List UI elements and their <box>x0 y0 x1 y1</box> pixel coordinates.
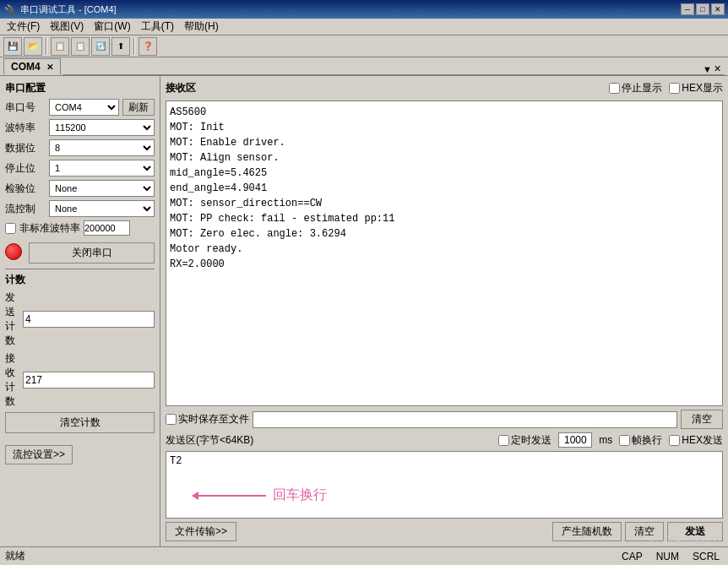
footer-left: 文件传输>> <box>166 522 549 541</box>
ms-label: ms <box>599 434 612 446</box>
baud-label: 波特率 <box>5 121 49 135</box>
menu-help[interactable]: 帮助(H) <box>179 18 224 35</box>
file-save-input[interactable] <box>253 411 677 428</box>
app-icon: 🔌 <box>3 3 17 16</box>
stop-display-label[interactable]: 停止显示 <box>609 81 662 95</box>
recv-count-row: 接收计数 <box>5 351 155 409</box>
footer-right: 产生随机数 清空 发送 <box>552 522 723 541</box>
toolbar-paste[interactable]: 📋 <box>71 37 90 56</box>
databits-row: 数据位 8 <box>5 139 155 156</box>
file-save-row: 实时保存至文件 清空 <box>166 410 723 429</box>
status-right: CAP NUM SCRL <box>618 551 723 562</box>
serial-config-section: 串口配置 串口号 COM4 刷新 波特率 115200 数据位 8 <box>5 81 155 263</box>
frame-change-label-container[interactable]: 帧换行 <box>619 433 662 448</box>
send-count-row: 发送计数 <box>5 291 155 348</box>
send-title: 发送区(字节<64KB) <box>166 433 253 448</box>
close-button[interactable]: ✕ <box>711 3 725 15</box>
send-textarea[interactable]: T2 <box>166 452 722 518</box>
menu-file[interactable]: 文件(F) <box>2 18 45 35</box>
title-bar-buttons: ─ □ ✕ <box>681 3 725 15</box>
nonstandard-label: 非标准波特率 <box>19 221 80 236</box>
menu-view[interactable]: 视图(V) <box>45 18 89 35</box>
parity-row: 检验位 None <box>5 180 155 197</box>
timed-send-label-container[interactable]: 定时发送 <box>498 433 551 448</box>
recv-header: 接收区 停止显示 HEX显示 <box>166 81 723 95</box>
frame-change-checkbox[interactable] <box>619 435 630 446</box>
status-text: 就绪 <box>5 549 25 563</box>
stop-display-checkbox[interactable] <box>609 83 620 94</box>
frame-change-label: 帧换行 <box>632 433 662 448</box>
toolbar-open[interactable]: 📂 <box>24 37 42 56</box>
minimize-button[interactable]: ─ <box>681 3 694 15</box>
tab-com4[interactable]: COM4 ✕ <box>3 58 61 75</box>
count-title: 计数 <box>5 273 155 287</box>
file-transfer-button[interactable]: 文件传输>> <box>166 522 236 541</box>
status-indicator-icon <box>5 243 22 260</box>
file-save-checkbox[interactable] <box>166 414 177 425</box>
serial-config-title: 串口配置 <box>5 81 155 95</box>
status-bar: 就绪 CAP NUM SCRL <box>0 546 728 565</box>
nonstandard-row: 非标准波特率 <box>5 220 155 236</box>
stopbits-row: 停止位 1 <box>5 160 155 177</box>
left-panel: 串口配置 串口号 COM4 刷新 波特率 115200 数据位 8 <box>0 76 160 546</box>
file-save-label-container[interactable]: 实时保存至文件 <box>166 412 249 426</box>
title-bar-text: 串口调试工具 - [COM4] <box>20 3 681 16</box>
tab-close-icon[interactable]: ✕ <box>46 62 53 72</box>
send-header: 发送区(字节<64KB) 定时发送 ms 帧换行 HEX发送 <box>166 432 723 448</box>
toolbar-save[interactable]: 💾 <box>3 37 22 56</box>
send-controls: 定时发送 ms 帧换行 HEX发送 <box>498 432 723 448</box>
file-save-label: 实时保存至文件 <box>178 412 249 426</box>
recv-title: 接收区 <box>166 81 609 95</box>
clear-count-button[interactable]: 清空计数 <box>5 412 155 433</box>
menu-window[interactable]: 窗口(W) <box>89 18 135 35</box>
flow-select[interactable]: None <box>49 200 155 217</box>
menu-bar: 文件(F) 视图(V) 窗口(W) 工具(T) 帮助(H) <box>0 19 728 35</box>
tab-unpin-icon[interactable]: ✕ <box>714 63 721 74</box>
nonstandard-input[interactable] <box>84 220 130 236</box>
nonstandard-checkbox[interactable] <box>5 223 16 234</box>
refresh-button[interactable]: 刷新 <box>122 99 155 116</box>
menu-tools[interactable]: 工具(T) <box>136 18 179 35</box>
toolbar-copy[interactable]: 📋 <box>51 37 69 56</box>
recv-count-input[interactable] <box>23 372 155 388</box>
clear-send-button[interactable]: 清空 <box>625 522 664 541</box>
recv-area[interactable]: AS5600 MOT: Init MOT: Enable driver. MOT… <box>166 101 723 406</box>
clear-recv-button[interactable]: 清空 <box>681 410 723 429</box>
tab-bar: COM4 ✕ ▼ ✕ <box>0 57 728 76</box>
flow-settings-section: 流控设置>> <box>5 442 155 464</box>
scrl-indicator: SCRL <box>689 551 723 562</box>
flow-label: 流控制 <box>5 202 49 216</box>
timed-send-checkbox[interactable] <box>498 435 509 446</box>
main-content: 串口配置 串口号 COM4 刷新 波特率 115200 数据位 8 <box>0 76 728 546</box>
tab-label: COM4 <box>11 61 41 73</box>
port-select[interactable]: COM4 <box>49 99 119 116</box>
databits-select[interactable]: 8 <box>49 139 155 156</box>
flow-settings-button[interactable]: 流控设置>> <box>5 445 73 464</box>
count-section: 计数 发送计数 接收计数 清空计数 <box>5 269 155 433</box>
parity-label: 检验位 <box>5 182 49 196</box>
toolbar-help[interactable]: ❓ <box>139 37 157 56</box>
toolbar-up[interactable]: ⬆ <box>111 37 130 56</box>
hex-display-label[interactable]: HEX显示 <box>669 81 723 95</box>
port-label: 串口号 <box>5 101 49 115</box>
cap-indicator: CAP <box>618 551 646 562</box>
hex-display-checkbox[interactable] <box>669 83 680 94</box>
tab-pin-icon[interactable]: ▼ <box>703 64 712 74</box>
hex-send-label-container[interactable]: HEX发送 <box>669 433 723 448</box>
random-button[interactable]: 产生随机数 <box>552 522 622 541</box>
send-area-container: T2 回车换行 <box>166 451 723 519</box>
toolbar-refresh[interactable]: 🔃 <box>91 37 110 56</box>
close-port-button[interactable]: 关闭串口 <box>29 242 155 263</box>
timed-send-input[interactable] <box>558 432 592 448</box>
baud-select[interactable]: 115200 <box>49 119 155 136</box>
parity-select[interactable]: None <box>49 180 155 197</box>
send-button[interactable]: 发送 <box>667 522 723 541</box>
right-panel: 接收区 停止显示 HEX显示 AS5600 MOT: Init MOT: Ena… <box>160 76 728 546</box>
hex-send-label: HEX发送 <box>682 433 723 448</box>
send-footer: 文件传输>> 产生随机数 清空 发送 <box>166 522 723 541</box>
recv-controls: 停止显示 HEX显示 <box>609 81 723 95</box>
maximize-button[interactable]: □ <box>696 3 709 15</box>
hex-send-checkbox[interactable] <box>669 435 680 446</box>
stopbits-select[interactable]: 1 <box>49 160 155 177</box>
send-count-input[interactable] <box>23 311 155 328</box>
